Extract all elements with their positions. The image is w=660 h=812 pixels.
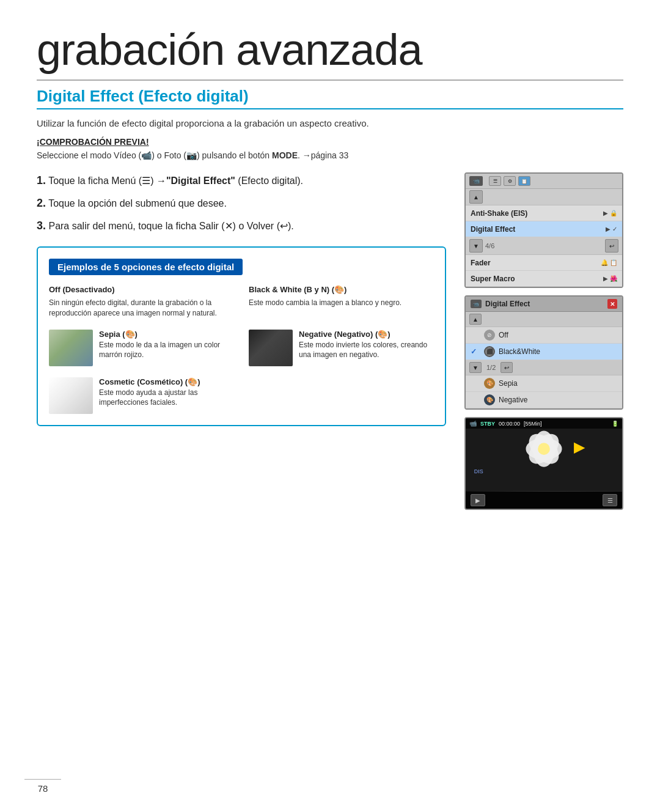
example-bw-title: Black & White (B y N) (🎨)	[249, 285, 434, 294]
cam-back-btn[interactable]: ↩	[605, 239, 618, 253]
left-column: 1. Toque la ficha Menú (☰) →"Digital Eff…	[37, 172, 446, 510]
de-off-label: Off	[499, 331, 508, 339]
step-2-num: 2.	[37, 197, 46, 209]
de-panel-title: Digital Effect	[485, 300, 607, 308]
svg-text:▶: ▶	[574, 439, 585, 455]
cam-up-btn[interactable]: ▲	[469, 190, 483, 204]
de-row-bw[interactable]: ✓ ⬛ Black&White	[466, 344, 622, 360]
cam-antishake-arrow: ▶ 🔒	[603, 210, 617, 216]
cam-row-supermacro: Super Macro ▶ 🌺	[466, 271, 622, 287]
section-title: Digital Effect (Efecto digital)	[37, 87, 623, 109]
vf-stby: STBY	[480, 421, 495, 427]
cam-supermacro-label: Super Macro	[471, 275, 601, 283]
de-negative-icon: 🎨	[484, 394, 495, 405]
de-bw-check: ✓	[471, 347, 480, 356]
svg-text:DIS: DIS	[474, 468, 483, 474]
vf-time: 00:00:00	[499, 421, 520, 427]
example-negative-text: Negative (Negativo) (🎨) Este modo invier…	[299, 330, 434, 361]
de-row-sepia[interactable]: 🎨 Sepia	[466, 375, 622, 392]
example-off-title: Off (Desactivado)	[49, 285, 234, 294]
camera-icon: 📹	[469, 176, 483, 186]
examples-box: Ejemplos de 5 opciones de efecto digital…	[37, 246, 446, 426]
vf-cam-icon: 📹	[469, 420, 477, 427]
example-cosmetic-desc: Este modo ayuda a ajustar las imperfecci…	[99, 388, 234, 408]
page-number: 78	[24, 779, 61, 794]
cam-digitaleffect-arrow: ▶ ✓	[606, 226, 617, 232]
de-row-off[interactable]: ⊘ Off	[466, 327, 622, 344]
cam-digitaleffect-label: Digital Effect	[471, 225, 603, 234]
vf-menu-btn[interactable]: ☰	[603, 494, 617, 506]
cam-row-antishake: Anti-Shake (EIS) ▶ 🔒	[466, 205, 622, 221]
example-negative: Negative (Negativo) (🎨) Este modo invier…	[249, 330, 434, 366]
cam-tab-1[interactable]: ☰	[489, 176, 501, 186]
example-cosmetic-text: Cosmetic (Cosmético) (🎨) Este modo ayuda…	[99, 377, 234, 408]
cam-tab-2[interactable]: ⚙	[504, 176, 516, 186]
de-sepia-icon: 🎨	[484, 378, 495, 389]
prereq-text: Seleccione el modo Vídeo (📹) o Foto (📷) …	[37, 150, 623, 160]
examples-grid: Off (Desactivado) Sin ningún efecto digi…	[49, 285, 434, 414]
viewfinder-bottom-bar: ▶ ☰	[466, 492, 622, 509]
de-negative-label: Negative	[499, 396, 527, 404]
example-negative-title: Negative (Negativo) (🎨)	[299, 330, 434, 339]
viewfinder-panel: 📹 STBY 00:00:00 [55Min] 🔋 ▶	[464, 417, 623, 510]
example-bw-desc: Este modo cambia la imagen a blanco y ne…	[249, 298, 434, 308]
example-sepia-desc: Este modo le da a la imagen un color mar…	[99, 340, 234, 361]
example-cosmetic-image	[49, 377, 93, 414]
step-3-num: 3.	[37, 220, 46, 232]
de-back-btn[interactable]: ↩	[501, 362, 513, 373]
cam-tab-3[interactable]: 📋	[518, 176, 530, 186]
de-down-btn[interactable]: ▼	[469, 362, 482, 373]
de-counter: 1/2	[486, 364, 496, 371]
example-negative-desc: Este modo invierte los colores, creando …	[299, 340, 434, 361]
vf-storage: [55Min]	[524, 421, 542, 427]
de-title-row: 📹 Digital Effect ✕	[466, 297, 622, 312]
cam-fader-arrow: 🔔 📋	[601, 259, 617, 266]
page-title: grabación avanzada	[37, 24, 623, 81]
cam-counter-row: ▼ 4/6 ↩	[466, 237, 622, 255]
de-bw-icon: ⬛	[484, 346, 495, 357]
examples-title: Ejemplos de 5 opciones de efecto digital	[49, 259, 243, 275]
de-row-negative[interactable]: 🎨 Negative	[466, 392, 622, 408]
viewfinder-image: ▶ DIS	[466, 418, 622, 492]
example-sepia-title: Sepia (🎨)	[99, 330, 234, 339]
intro-text: Utilizar la función de efecto digital pr…	[37, 118, 623, 128]
cam-down-btn[interactable]: ▼	[469, 239, 483, 253]
step-3: 3. Para salir del menú, toque la ficha S…	[37, 218, 446, 234]
vf-battery: 🔋	[612, 421, 618, 427]
steps-list: 1. Toque la ficha Menú (☰) →"Digital Eff…	[37, 172, 446, 234]
example-cosmetic: Cosmetic (Cosmético) (🎨) Este modo ayuda…	[49, 377, 234, 414]
example-off: Off (Desactivado) Sin ningún efecto digi…	[49, 285, 234, 319]
step-1-num: 1.	[37, 174, 46, 186]
de-cam-icon: 📹	[471, 300, 482, 308]
example-cosmetic-title: Cosmetic (Cosmético) (🎨)	[99, 377, 234, 386]
step-2: 2. Toque la opción del submenú que desee…	[37, 195, 446, 212]
de-up-btn[interactable]: ▲	[469, 314, 482, 325]
viewfinder-top-bar: 📹 STBY 00:00:00 [55Min] 🔋	[466, 418, 622, 429]
example-sepia: Sepia (🎨) Este modo le da a la imagen un…	[49, 330, 234, 366]
de-nav-up-row: ▲	[466, 312, 622, 327]
de-nav-counter-row: ▼ 1/2 ↩	[466, 360, 622, 375]
camera-panel-menu: 📹 ☰ ⚙ 📋 ▲ Anti-Shake (EIS) ▶ 🔒 Digital E…	[464, 172, 623, 288]
de-panel: 📹 Digital Effect ✕ ▲ ⊘ Off ✓ ⬛ Black&Whi…	[464, 295, 623, 410]
cam-fader-label: Fader	[471, 259, 598, 267]
prereq-label: ¡COMPROBACIÓN PREVIA!	[37, 137, 623, 147]
camera-panel-top: 📹 ☰ ⚙ 📋	[466, 174, 622, 189]
cam-row-digitaleffect: Digital Effect ▶ ✓	[466, 221, 622, 237]
de-off-icon: ⊘	[484, 330, 495, 341]
vf-play-btn[interactable]: ▶	[471, 494, 485, 506]
example-sepia-image	[49, 330, 93, 366]
example-negative-image	[249, 330, 293, 366]
cam-up-row: ▲	[466, 189, 622, 205]
cam-antishake-label: Anti-Shake (EIS)	[471, 209, 601, 218]
step-1: 1. Toque la ficha Menú (☰) →"Digital Eff…	[37, 172, 446, 189]
de-close-btn[interactable]: ✕	[607, 299, 617, 309]
example-off-desc: Sin ningún efecto digital, durante la gr…	[49, 298, 234, 319]
cam-counter: 4/6	[485, 242, 494, 249]
right-column: 📹 ☰ ⚙ 📋 ▲ Anti-Shake (EIS) ▶ 🔒 Digital E…	[464, 172, 623, 510]
svg-point-5	[538, 443, 550, 455]
de-sepia-label: Sepia	[499, 379, 518, 388]
viewfinder-flower-svg: ▶ DIS	[466, 418, 622, 492]
example-sepia-text: Sepia (🎨) Este modo le da a la imagen un…	[99, 330, 234, 361]
example-bw: Black & White (B y N) (🎨) Este modo camb…	[249, 285, 434, 319]
de-bw-label: Black&White	[499, 347, 540, 356]
